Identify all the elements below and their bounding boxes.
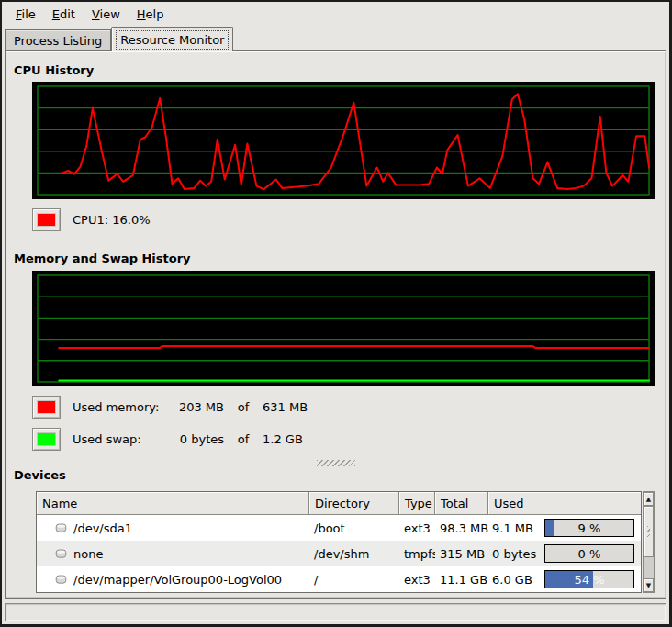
device-directory-cell: /boot [309, 515, 399, 541]
used-memory-label: Used memory: [73, 400, 167, 414]
cpu-history-chart [34, 84, 653, 197]
device-used-cell: 9.1 MB 9 % [488, 515, 641, 541]
device-type-cell: tmpfs [399, 541, 435, 566]
device-type-cell: ext3 [399, 566, 435, 592]
device-used-cell: 0 bytes 0 % [488, 541, 641, 566]
system-monitor-window: File Edit View Help Process Listing Reso… [0, 0, 672, 627]
devices-table: Name Directory Type Total Used /dev/sda1… [36, 491, 642, 593]
column-header-directory[interactable]: Directory [309, 492, 399, 515]
menu-bar: File Edit View Help [2, 2, 669, 26]
disk-icon [53, 548, 69, 560]
device-type-cell: ext3 [399, 515, 435, 541]
usage-progress-bar: 9 % [544, 519, 634, 537]
pane-resize-grip[interactable] [317, 460, 355, 466]
column-header-type[interactable]: Type [399, 492, 435, 515]
used-swap-value: 0 bytes [167, 432, 224, 446]
device-directory-cell: /dev/shm [309, 541, 399, 566]
column-header-used[interactable]: Used [488, 492, 641, 515]
total-swap-value: 1.2 GB [263, 432, 303, 446]
total-memory-value: 631 MB [263, 400, 308, 414]
device-total-cell: 98.3 MB [435, 515, 488, 541]
devices-title: Devices [14, 468, 666, 482]
devices-table-wrap: Name Directory Type Total Used /dev/sda1… [36, 491, 655, 593]
cpu-color-swatch [37, 213, 56, 227]
menu-edit[interactable]: Edit [44, 5, 84, 24]
scrollbar-up-button[interactable]: ▲ [644, 492, 654, 506]
cpu-history-title: CPU History [14, 63, 666, 77]
used-memory-of: of [224, 400, 263, 414]
cpu-legend-label: CPU1: 16.0% [73, 213, 151, 227]
table-row[interactable]: /dev/mapper/VolGroup00-LogVol00 / ext3 1… [37, 566, 641, 592]
used-memory-legend: Used memory: 203 MB of 631 MB [32, 396, 666, 419]
menu-file[interactable]: File [7, 5, 44, 24]
devices-table-body: /dev/sda1 /boot ext3 98.3 MB 9.1 MB 9 % [37, 515, 641, 592]
column-header-name[interactable]: Name [37, 492, 309, 515]
progress-label: 0 % [545, 545, 633, 562]
vertical-scrollbar[interactable]: ▲ ▼ [643, 491, 655, 593]
device-name-cell: /dev/mapper/VolGroup00-LogVol00 [37, 566, 309, 592]
device-used-cell: 6.0 GB 54 % [488, 566, 641, 592]
device-directory-cell: / [309, 566, 399, 592]
disk-icon [53, 522, 69, 534]
device-name-cell: none [37, 541, 309, 566]
usage-progress-bar: 54 % [544, 570, 634, 588]
usage-progress-bar: 0 % [544, 544, 634, 563]
used-swap-of: of [224, 432, 263, 446]
cpu-history-graph [32, 82, 655, 199]
device-total-cell: 11.1 GB [435, 566, 488, 592]
used-swap-label: Used swap: [73, 432, 167, 446]
up-arrow-icon: ▲ [646, 496, 651, 503]
notebook-tabs: Process Listing Resource Monitor [2, 26, 669, 50]
used-memory-value: 203 MB [167, 400, 224, 414]
cpu-legend: CPU1: 16.0% [32, 208, 666, 231]
column-header-total[interactable]: Total [435, 492, 488, 515]
cpu-color-swatch-button[interactable] [32, 208, 61, 231]
memory-color-swatch-button[interactable] [32, 396, 61, 419]
progress-label: 54 % [545, 571, 633, 588]
scrollbar-thumb[interactable] [644, 506, 654, 557]
memory-swap-graph [32, 271, 655, 386]
table-row[interactable]: /dev/sda1 /boot ext3 98.3 MB 9.1 MB 9 % [37, 515, 641, 541]
memory-swap-chart [34, 273, 653, 385]
devices-table-header: Name Directory Type Total Used [37, 492, 641, 515]
swap-color-swatch-button[interactable] [32, 428, 61, 451]
tab-resource-monitor[interactable]: Resource Monitor [111, 27, 233, 51]
progress-label: 9 % [545, 520, 633, 536]
down-arrow-icon: ▼ [646, 582, 651, 589]
tab-process-listing[interactable]: Process Listing [5, 29, 111, 50]
disk-icon [53, 574, 69, 586]
resource-monitor-page: CPU History CPU1: 16.0% Memory and Swap … [5, 50, 666, 599]
device-total-cell: 315 MB [435, 541, 488, 566]
menu-help[interactable]: Help [129, 5, 173, 24]
scrollbar-down-button[interactable]: ▼ [644, 578, 654, 592]
status-bar [5, 603, 666, 621]
scrollbar-trough[interactable] [644, 557, 654, 578]
device-name-cell: /dev/sda1 [37, 515, 309, 541]
menu-view[interactable]: View [84, 5, 129, 24]
memory-color-swatch [37, 400, 56, 414]
table-row[interactable]: none /dev/shm tmpfs 315 MB 0 bytes 0 % [37, 541, 641, 566]
memory-history-title: Memory and Swap History [14, 252, 666, 265]
swap-color-swatch [37, 432, 56, 446]
used-swap-legend: Used swap: 0 bytes of 1.2 GB [32, 428, 666, 451]
